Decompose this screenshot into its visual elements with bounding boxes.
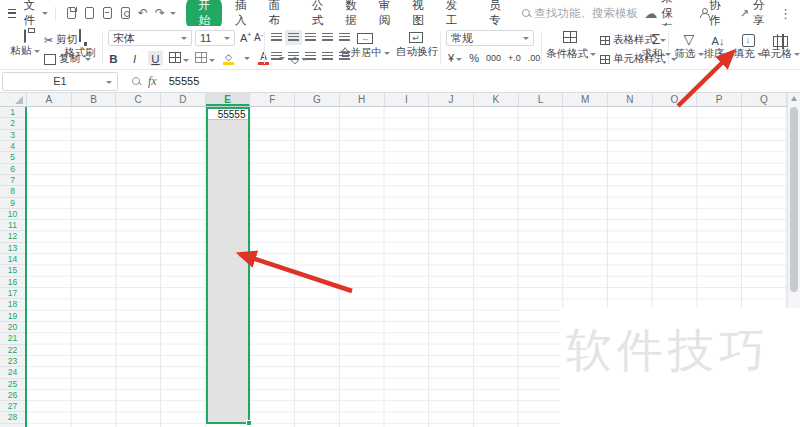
- collaborate-icon[interactable]: [699, 8, 705, 18]
- align-middle-icon[interactable]: [288, 33, 299, 42]
- share-label[interactable]: 分享: [753, 0, 767, 28]
- bold-button[interactable]: B: [106, 51, 121, 66]
- share-icon[interactable]: ↗: [740, 7, 749, 20]
- decrease-indent-icon[interactable]: [322, 33, 333, 42]
- row-header-3[interactable]: 3: [0, 130, 25, 141]
- scroll-up-icon[interactable]: [791, 96, 797, 101]
- redo-icon[interactable]: ↷: [155, 6, 165, 20]
- row-header-27[interactable]: 27: [0, 401, 25, 412]
- fill-color-button[interactable]: ◇: [221, 53, 236, 65]
- increase-decimal-button[interactable]: +.0: [508, 54, 521, 63]
- underline-button[interactable]: U: [148, 51, 163, 66]
- column-header-A[interactable]: A: [27, 93, 72, 106]
- hamburger-menu-icon[interactable]: [8, 9, 16, 18]
- row-header-11[interactable]: 11: [0, 220, 25, 231]
- tab-插入[interactable]: 插入: [224, 0, 258, 28]
- name-box[interactable]: E1: [2, 72, 118, 91]
- row-header-24[interactable]: 24: [0, 367, 25, 378]
- align-right-icon[interactable]: [305, 52, 316, 61]
- fill-handle[interactable]: [246, 420, 252, 426]
- cloud-save-icon[interactable]: ☁: [644, 6, 657, 21]
- row-header-15[interactable]: 15: [0, 265, 25, 276]
- column-header-M[interactable]: M: [563, 93, 608, 106]
- column-header-N[interactable]: N: [608, 93, 653, 106]
- row-header-10[interactable]: 10: [0, 209, 25, 220]
- column-header-D[interactable]: D: [161, 93, 206, 106]
- column-header-O[interactable]: O: [653, 93, 698, 106]
- wrap-text-button[interactable]: ↵ 自动换行: [396, 31, 436, 59]
- column-header-E[interactable]: E: [206, 93, 251, 106]
- row-header-25[interactable]: 25: [0, 379, 25, 390]
- row-header-21[interactable]: 21: [0, 333, 25, 344]
- align-left-icon[interactable]: [271, 52, 282, 61]
- row-header-18[interactable]: 18: [0, 299, 25, 310]
- italic-button[interactable]: I: [127, 51, 142, 66]
- column-header-H[interactable]: H: [340, 93, 385, 106]
- row-header-23[interactable]: 23: [0, 356, 25, 367]
- conditional-format-button[interactable]: 条件格式: [546, 31, 594, 61]
- undo-icon[interactable]: ↶: [138, 6, 148, 20]
- tab-公式[interactable]: 公式: [301, 0, 335, 28]
- quick-access-more-icon[interactable]: [170, 12, 176, 15]
- selected-column-e[interactable]: 55555: [206, 107, 251, 424]
- currency-button[interactable]: ¥: [448, 52, 462, 64]
- row-header-13[interactable]: 13: [0, 243, 25, 254]
- column-header-G[interactable]: G: [295, 93, 340, 106]
- row-header-20[interactable]: 20: [0, 322, 25, 333]
- column-header-F[interactable]: F: [250, 93, 295, 106]
- font-size-select[interactable]: 11: [195, 30, 235, 46]
- align-top-icon[interactable]: [271, 33, 282, 42]
- column-header-L[interactable]: L: [519, 93, 564, 106]
- decrease-font-button[interactable]: A-: [254, 31, 263, 43]
- row-header-12[interactable]: 12: [0, 231, 25, 242]
- print-preview-icon[interactable]: [121, 7, 130, 19]
- tab-视图[interactable]: 视图: [401, 0, 435, 28]
- align-center-icon[interactable]: [288, 52, 299, 61]
- decrease-decimal-button[interactable]: .00: [528, 54, 541, 63]
- row-header-26[interactable]: 26: [0, 390, 25, 401]
- formula-input[interactable]: 55555: [169, 75, 200, 87]
- export-icon[interactable]: [85, 7, 94, 19]
- active-cell-e1[interactable]: 55555: [208, 109, 249, 120]
- tab-数据[interactable]: 数据: [334, 0, 368, 28]
- row-header-22[interactable]: 22: [0, 345, 25, 356]
- tab-审阅[interactable]: 审阅: [368, 0, 402, 28]
- row-header-9[interactable]: 9: [0, 198, 25, 209]
- justify-icon[interactable]: [322, 52, 333, 61]
- row-header-4[interactable]: 4: [0, 141, 25, 152]
- row-header-16[interactable]: 16: [0, 277, 25, 288]
- collaborate-label[interactable]: 协作: [709, 0, 723, 28]
- percent-button[interactable]: %: [469, 53, 479, 64]
- file-menu-caret-icon[interactable]: [42, 12, 48, 15]
- align-bottom-icon[interactable]: [305, 33, 316, 42]
- shading-button[interactable]: [195, 52, 215, 65]
- format-painter-button[interactable]: 格式刷: [62, 30, 98, 60]
- font-name-select[interactable]: 宋体: [108, 30, 192, 46]
- more-options-icon[interactable]: ⋮: [779, 6, 792, 21]
- row-header-8[interactable]: 8: [0, 186, 25, 197]
- row-header-17[interactable]: 17: [0, 288, 25, 299]
- number-format-select[interactable]: 常规: [446, 30, 534, 46]
- scrollbar-thumb[interactable]: [790, 107, 798, 292]
- save-icon[interactable]: [67, 7, 76, 19]
- column-header-C[interactable]: C: [116, 93, 161, 106]
- cells-button[interactable]: 单元格: [758, 30, 800, 61]
- column-header-J[interactable]: J: [429, 93, 474, 106]
- search-box[interactable]: 查找功能、搜索模板: [522, 6, 645, 21]
- thousands-button[interactable]: 000: [486, 54, 501, 63]
- row-header-6[interactable]: 6: [0, 164, 25, 175]
- column-header-K[interactable]: K: [474, 93, 519, 106]
- column-header-Q[interactable]: Q: [742, 93, 787, 106]
- print-icon[interactable]: [103, 7, 112, 19]
- paste-button[interactable]: 粘贴: [8, 30, 42, 58]
- column-header-B[interactable]: B: [72, 93, 117, 106]
- row-header-7[interactable]: 7: [0, 175, 25, 186]
- borders-button[interactable]: [169, 52, 189, 65]
- row-header-28[interactable]: 28: [0, 412, 25, 423]
- row-header-5[interactable]: 5: [0, 152, 25, 163]
- row-header-2[interactable]: 2: [0, 118, 25, 129]
- fx-label[interactable]: fx: [148, 74, 157, 89]
- insert-function-icon[interactable]: [132, 77, 140, 85]
- merge-center-button[interactable]: ↔ 合并居中: [338, 31, 392, 60]
- increase-font-button[interactable]: A+: [240, 31, 251, 44]
